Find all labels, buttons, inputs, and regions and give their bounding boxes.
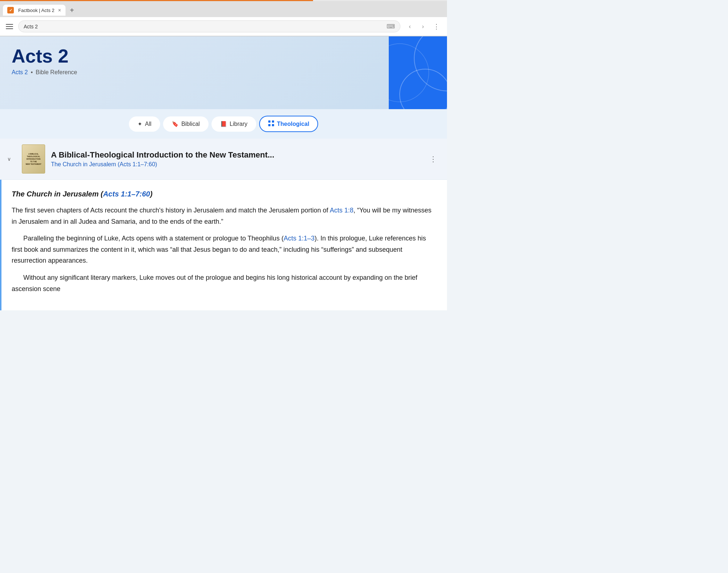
book-info: A Biblical-Theological Introduction to t… xyxy=(51,150,421,168)
tab-bar: Factbook | Acts 2 × + xyxy=(0,1,447,17)
filter-biblical-button[interactable]: 🔖 Biblical xyxy=(163,116,209,132)
page-header: Acts 2 Acts 2 • Bible Reference xyxy=(0,36,447,109)
tab-favicon xyxy=(7,7,14,13)
book-icon: 📕 xyxy=(220,121,227,127)
nav-controls: ‹ › ⋮ xyxy=(404,21,443,32)
acts-1-8-link[interactable]: Acts 1:8 xyxy=(330,207,353,214)
tab-label: Factbook | Acts 2 xyxy=(18,8,54,13)
expand-button[interactable]: ∨ xyxy=(7,156,16,162)
filter-library-button[interactable]: 📕 Library xyxy=(211,116,256,132)
filter-bar: ✦ All 🔖 Biblical 📕 Library Theological xyxy=(0,109,447,139)
svg-rect-4 xyxy=(268,120,270,123)
new-tab-button[interactable]: + xyxy=(67,5,77,15)
book-cover-thumbnail: A BIBLICAL THEOLOGICAL INTRODUCTION TO T… xyxy=(22,144,45,174)
paragraph-1: The first seven chapters of Acts recount… xyxy=(12,205,435,227)
content-area: ∨ A BIBLICAL THEOLOGICAL INTRODUCTION TO… xyxy=(0,139,447,310)
hamburger-menu[interactable] xyxy=(4,23,15,31)
bookmark-icon: 🔖 xyxy=(172,121,179,127)
svg-rect-5 xyxy=(272,120,274,123)
breadcrumb-link[interactable]: Acts 2 xyxy=(12,69,28,76)
section-heading: The Church in Jerusalem (Acts 1:1–7:60) xyxy=(12,190,435,198)
para3-text: Without any significant literary markers… xyxy=(12,274,418,293)
back-button[interactable]: ‹ xyxy=(404,21,416,32)
reading-content: The Church in Jerusalem (Acts 1:1–7:60) … xyxy=(0,180,447,310)
filter-all-label: All xyxy=(145,121,151,127)
heading-suffix: ) xyxy=(150,190,153,198)
browser-menu-button[interactable]: ⋮ xyxy=(430,21,443,32)
theological-icon xyxy=(268,120,274,128)
header-decoration xyxy=(389,36,447,109)
sparkle-icon: ✦ xyxy=(138,121,142,127)
active-tab[interactable]: Factbook | Acts 2 × xyxy=(3,5,66,16)
breadcrumb-text: Bible Reference xyxy=(36,69,77,76)
book-subtitle-link[interactable]: The Church in Jerusalem (Acts 1:1–7:60) xyxy=(51,161,157,167)
paragraph-3: Without any significant literary markers… xyxy=(12,272,435,294)
tab-close-button[interactable]: × xyxy=(58,7,61,13)
svg-rect-7 xyxy=(272,124,274,126)
browser-chrome: Factbook | Acts 2 × + Acts 2 ⌨ ‹ › ⋮ xyxy=(0,0,447,36)
progress-bar xyxy=(0,0,447,1)
entry-more-button[interactable]: ⋮ xyxy=(427,153,440,165)
heading-prefix: The Church in Jerusalem ( xyxy=(12,190,103,198)
filter-all-button[interactable]: ✦ All xyxy=(129,116,160,132)
heading-link[interactable]: Acts 1:1–7:60 xyxy=(103,190,150,198)
filter-theological-label: Theological xyxy=(277,121,309,127)
keyboard-icon[interactable]: ⌨ xyxy=(387,23,395,30)
breadcrumb: Acts 2 • Bible Reference xyxy=(12,69,435,76)
forward-button[interactable]: › xyxy=(417,21,429,32)
filter-library-label: Library xyxy=(230,121,248,127)
book-title: A Biblical-Theological Introduction to t… xyxy=(51,150,421,160)
nav-bar: Acts 2 ⌨ ‹ › ⋮ xyxy=(0,17,447,36)
address-bar[interactable]: Acts 2 ⌨ xyxy=(18,20,400,32)
paragraph-2: Paralleling the beginning of Luke, Acts … xyxy=(12,233,435,266)
address-text: Acts 2 xyxy=(24,24,384,29)
book-entry-header: ∨ A BIBLICAL THEOLOGICAL INTRODUCTION TO… xyxy=(0,139,447,180)
page-title: Acts 2 xyxy=(12,47,435,65)
svg-rect-6 xyxy=(268,124,270,126)
filter-theological-button[interactable]: Theological xyxy=(259,116,318,132)
filter-biblical-label: Biblical xyxy=(181,121,200,127)
para2-text: Paralleling the beginning of Luke, Acts … xyxy=(23,235,284,242)
acts-1-1-3-link[interactable]: Acts 1:1–3 xyxy=(284,235,314,242)
para1-text: The first seven chapters of Acts recount… xyxy=(12,207,330,214)
breadcrumb-separator: • xyxy=(31,69,33,76)
